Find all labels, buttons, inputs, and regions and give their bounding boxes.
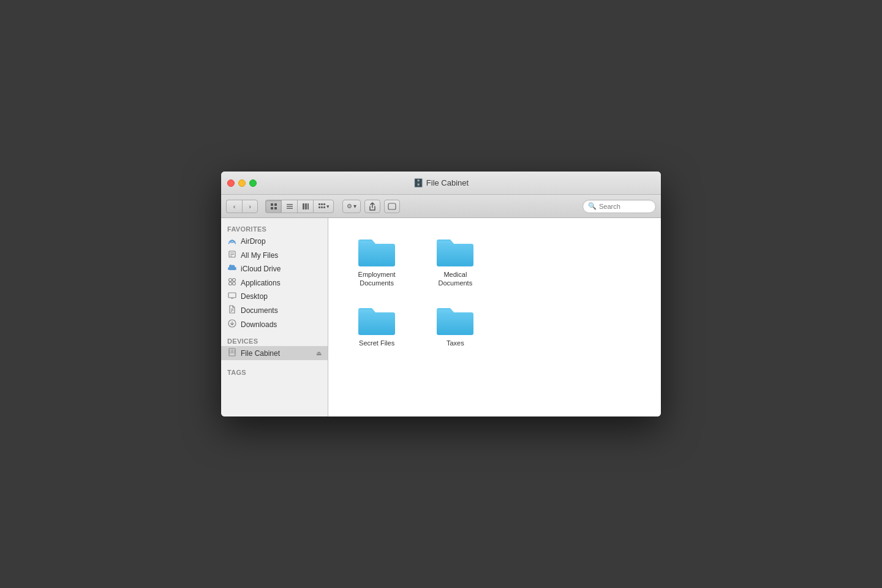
svg-point-36 [232, 349, 233, 350]
sidebar-item-documents-label: Documents [241, 306, 278, 315]
columns-icon [302, 203, 309, 210]
svg-rect-6 [287, 208, 293, 209]
secret-files-folder-icon [358, 304, 395, 336]
search-box[interactable]: 🔍 [582, 200, 656, 213]
svg-rect-2 [271, 207, 273, 209]
search-input[interactable] [599, 203, 648, 210]
forward-button[interactable]: › [242, 200, 258, 213]
file-item-employment-documents[interactable]: Employment Documents [341, 230, 413, 293]
sidebar-item-applications-label: Applications [241, 279, 281, 287]
window-title: 🗄️ File Cabinet [413, 178, 469, 187]
svg-point-22 [229, 279, 232, 282]
taxes-label: Taxes [447, 339, 464, 347]
sidebar-item-applications[interactable]: Applications [221, 276, 328, 290]
svg-rect-26 [228, 293, 236, 298]
medical-documents-folder-icon [437, 235, 473, 267]
svg-point-23 [233, 279, 236, 282]
view-buttons: ▾ [265, 200, 334, 213]
gallery-icon [318, 203, 326, 210]
nav-buttons: ‹ › [226, 200, 258, 213]
view-list-button[interactable] [281, 200, 297, 213]
documents-icon [227, 305, 237, 315]
svg-rect-5 [287, 206, 293, 207]
sidebar-item-icloud-drive[interactable]: iCloud Drive [221, 262, 328, 276]
file-item-taxes[interactable]: Taxes [419, 299, 491, 352]
secret-files-label: Secret Files [359, 339, 394, 347]
chevron-down-icon: ▾ [326, 203, 330, 209]
icloud-drive-icon [227, 264, 237, 274]
svg-rect-4 [287, 204, 293, 205]
svg-point-24 [229, 282, 232, 285]
sidebar-item-desktop-label: Desktop [241, 292, 268, 301]
finder-window: 🗄️ File Cabinet ‹ › [221, 172, 661, 417]
taxes-folder-icon [437, 304, 473, 336]
svg-rect-15 [323, 206, 325, 208]
svg-rect-8 [305, 203, 307, 209]
sidebar-item-icloud-drive-label: iCloud Drive [241, 265, 281, 273]
title-bar: 🗄️ File Cabinet [221, 172, 661, 195]
svg-rect-3 [274, 207, 277, 209]
minimize-button[interactable] [238, 179, 246, 187]
file-cabinet-device-icon [227, 348, 237, 358]
tag-button[interactable] [384, 200, 400, 213]
svg-rect-14 [321, 206, 323, 208]
share-button[interactable] [364, 200, 380, 213]
svg-point-37 [232, 352, 233, 353]
favorites-header: Favorites [221, 223, 328, 234]
desktop-icon [227, 292, 237, 301]
back-icon: ‹ [233, 203, 236, 210]
sidebar-item-airdrop[interactable]: AirDrop [221, 234, 328, 248]
svg-rect-16 [388, 203, 396, 209]
toolbar: ‹ › [221, 195, 661, 218]
all-my-files-icon [227, 250, 237, 260]
title-icon: 🗄️ [413, 178, 423, 187]
close-button[interactable] [227, 179, 235, 187]
view-gallery-button[interactable]: ▾ [313, 200, 334, 213]
tag-icon [388, 203, 396, 210]
sidebar-item-desktop[interactable]: Desktop [221, 290, 328, 303]
sidebar-item-downloads-label: Downloads [241, 320, 277, 329]
sidebar-item-file-cabinet[interactable]: File Cabinet ⏏ [221, 346, 328, 360]
svg-rect-13 [318, 206, 320, 208]
eject-icon[interactable]: ⏏ [316, 350, 322, 356]
airdrop-icon [227, 236, 237, 246]
svg-rect-1 [274, 203, 277, 206]
file-item-secret-files[interactable]: Secret Files [341, 299, 413, 352]
employment-documents-label: Employment Documents [349, 270, 404, 288]
arrange-button[interactable]: ⚙ ▾ [342, 200, 361, 213]
sidebar: Favorites AirDrop [221, 218, 328, 417]
main-content: Favorites AirDrop [221, 218, 661, 417]
downloads-icon [227, 319, 237, 330]
view-icon-button[interactable] [265, 200, 281, 213]
forward-icon: › [249, 203, 251, 210]
svg-rect-10 [318, 203, 320, 205]
sidebar-item-all-my-files[interactable]: All My Files [221, 248, 328, 262]
search-icon: 🔍 [588, 202, 597, 210]
grid-icon [270, 203, 277, 210]
sidebar-item-airdrop-label: AirDrop [241, 237, 266, 246]
gear-icon: ⚙ [347, 203, 352, 209]
window-title-text: File Cabinet [426, 178, 469, 187]
devices-header: Devices [221, 335, 328, 346]
sidebar-item-documents[interactable]: Documents [221, 303, 328, 317]
sidebar-item-all-my-files-label: All My Files [241, 251, 278, 260]
svg-point-25 [233, 282, 236, 285]
back-button[interactable]: ‹ [226, 200, 242, 213]
maximize-button[interactable] [249, 179, 257, 187]
arrange-arrow-icon: ▾ [353, 203, 356, 209]
svg-rect-7 [303, 203, 304, 209]
file-area: Employment Documents [328, 218, 661, 417]
share-icon [369, 202, 376, 211]
svg-rect-11 [321, 203, 323, 205]
applications-icon [227, 277, 237, 288]
svg-rect-9 [307, 203, 309, 209]
medical-documents-label: Medical Documents [428, 270, 483, 288]
employment-documents-folder-icon [358, 235, 395, 267]
svg-rect-12 [323, 203, 325, 205]
view-columns-button[interactable] [297, 200, 313, 213]
sidebar-item-file-cabinet-label: File Cabinet [241, 349, 280, 358]
file-item-medical-documents[interactable]: Medical Documents [419, 230, 491, 293]
sidebar-item-downloads[interactable]: Downloads [221, 317, 328, 331]
list-icon [286, 203, 293, 210]
svg-rect-0 [271, 203, 273, 206]
